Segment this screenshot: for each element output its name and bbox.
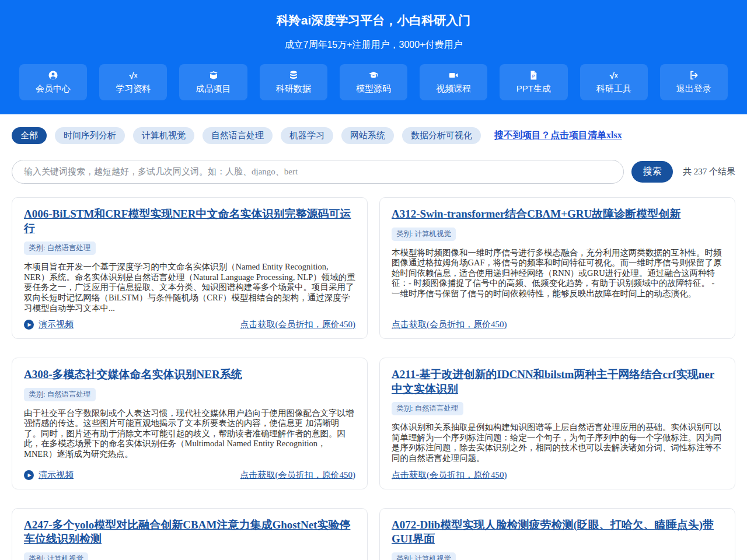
project-list-xlsx-link[interactable]: 搜不到项目？点击项目清单xlsx <box>494 130 622 142</box>
filter-tag-computer-vision[interactable]: 计算机视觉 <box>133 127 194 144</box>
category-badge: 类别: 自然语言处理 <box>24 242 96 255</box>
project-card: A006-BiLSTM和CRF模型实现NER中文命名实体识别完整源码可运行 类别… <box>12 197 368 339</box>
file-ppt-icon: P <box>528 70 539 80</box>
category-badge: 类别: 自然语言处理 <box>24 388 96 401</box>
graduation-cap-icon <box>368 70 379 80</box>
nav-label: 成品项目 <box>196 83 231 94</box>
nav-label: 学习资料 <box>116 83 151 94</box>
nav-label: 视频课程 <box>436 83 471 94</box>
nav-ppt-generate[interactable]: P PPT生成 <box>500 64 567 100</box>
project-title-link[interactable]: A211-基于改进创新的IDCNN和bilstm两种主干网络结合crf实现ner… <box>392 368 723 396</box>
project-card: A072-Dlib模型实现人脸检测疲劳检测(眨眼、打哈欠、瞌睡点头)带GUI界面… <box>379 508 735 560</box>
nav-member-center[interactable]: 会员中心 <box>19 64 87 100</box>
project-card-grid: A006-BiLSTM和CRF模型实现NER中文命名实体识别完整源码可运行 类别… <box>12 197 735 560</box>
search-input[interactable] <box>12 160 624 184</box>
play-icon: ▶ <box>24 320 34 330</box>
demo-video-link[interactable]: ▶ 演示视频 <box>24 470 74 481</box>
nav-research-tools[interactable]: √x 科研工具 <box>580 64 648 100</box>
nav-logout[interactable]: 退出登录 <box>660 64 728 100</box>
nav-label: PPT生成 <box>516 83 551 94</box>
card-footer: ▶ 演示视频 点击获取(会员折扣，原价450) <box>24 313 355 330</box>
filter-tag-machine-learning[interactable]: 机器学习 <box>281 127 333 144</box>
user-circle-icon <box>48 70 58 80</box>
main-nav: 会员中心 √x 学习资料 成品项目 科研数据 模型源码 <box>0 64 747 100</box>
nav-label: 科研数据 <box>276 83 311 94</box>
header: 科羚ai深度学习平台，小白科研入门 成立7周年15万+注册用户，3000+付费用… <box>0 0 747 114</box>
get-project-link[interactable]: 点击获取(会员折扣，原价450) <box>240 470 356 481</box>
project-description: 由于社交平台字数限制或个人表达习惯，现代社交媒体用户趋向于使用图像配合文字以增强… <box>24 408 355 460</box>
project-card: A211-基于改进创新的IDCNN和bilstm两种主干网络结合crf实现ner… <box>379 358 735 489</box>
sqrt-icon: √x <box>129 70 137 80</box>
category-badge: 类别: 计算机视觉 <box>24 552 88 560</box>
search-button[interactable]: 搜索 <box>631 161 673 183</box>
box-open-icon <box>208 70 219 80</box>
card-footer: 点击获取(会员折扣，原价450) <box>392 464 723 481</box>
main-content: 全部 时间序列分析 计算机视觉 自然语言处理 机器学习 网站系统 数据分析可视化… <box>0 127 747 560</box>
page-subtitle: 成立7周年15万+注册用户，3000+付费用户 <box>0 39 747 50</box>
category-badge: 类别: 计算机视觉 <box>392 552 456 560</box>
get-project-link[interactable]: 点击获取(会员折扣，原价450) <box>240 319 356 330</box>
project-title-link[interactable]: A308-多模态社交媒体命名实体识别NER系统 <box>24 368 355 382</box>
get-project-link[interactable]: 点击获取(会员折扣，原价450) <box>392 470 507 481</box>
sign-out-icon <box>689 70 699 80</box>
project-title-link[interactable]: A312-Swin-transformer结合CBAM+GRU故障诊断模型创新 <box>392 207 723 222</box>
video-camera-icon <box>448 70 459 80</box>
filter-tag-time-series[interactable]: 时间序列分析 <box>55 127 125 144</box>
project-card: A247-多个yolo模型对比融合创新CBAM注意力集成GhostNet实验停车… <box>12 508 368 560</box>
sqrt-icon: √x <box>610 70 618 80</box>
card-footer: ▶ 演示视频 点击获取(会员折扣，原价450) <box>24 464 355 481</box>
project-description: 本项目旨在开发一个基于深度学习的中文命名实体识别（Named Entity Re… <box>24 262 355 313</box>
filter-tag-nlp[interactable]: 自然语言处理 <box>203 127 273 144</box>
card-footer: 点击获取(会员折扣，原价450) <box>392 313 723 330</box>
nav-model-source[interactable]: 模型源码 <box>340 64 407 100</box>
project-title-link[interactable]: A247-多个yolo模型对比融合创新CBAM注意力集成GhostNet实验停车… <box>24 518 355 547</box>
filter-tag-website-system[interactable]: 网站系统 <box>341 127 394 144</box>
project-description: 实体识别和关系抽取是例如构建知识图谱等上层自然语言处理应用的基础。实体识别可以简… <box>392 422 723 463</box>
play-icon: ▶ <box>24 470 34 480</box>
project-title-link[interactable]: A072-Dlib模型实现人脸检测疲劳检测(眨眼、打哈欠、瞌睡点头)带GUI界面 <box>392 518 723 547</box>
search-row: 搜索 共 237 个结果 <box>12 160 735 184</box>
project-card: A312-Swin-transformer结合CBAM+GRU故障诊断模型创新 … <box>379 197 735 339</box>
filter-tag-all[interactable]: 全部 <box>12 127 47 144</box>
project-title-link[interactable]: A006-BiLSTM和CRF模型实现NER中文命名实体识别完整源码可运行 <box>24 207 355 236</box>
nav-research-data[interactable]: 科研数据 <box>260 64 327 100</box>
nav-video-courses[interactable]: 视频课程 <box>420 64 487 100</box>
nav-label: 模型源码 <box>356 83 391 94</box>
result-count: 共 237 个结果 <box>683 166 735 177</box>
filter-tag-data-viz[interactable]: 数据分析可视化 <box>402 127 481 144</box>
category-badge: 类别: 计算机视觉 <box>392 228 456 241</box>
database-icon <box>288 70 299 80</box>
nav-label: 退出登录 <box>676 83 711 94</box>
demo-video-link[interactable]: ▶ 演示视频 <box>24 319 74 330</box>
nav-finished-projects[interactable]: 成品项目 <box>179 64 247 100</box>
page-title: 科羚ai深度学习平台，小白科研入门 <box>0 13 747 27</box>
project-card: A308-多模态社交媒体命名实体识别NER系统 类别: 自然语言处理 由于社交平… <box>12 358 368 489</box>
nav-study-material[interactable]: √x 学习资料 <box>99 64 167 100</box>
project-description: 本模型将时频图像和一维时序信号进行多模态融合，充分利用这两类数据的互补性。时频图… <box>392 248 723 299</box>
category-filter-row: 全部 时间序列分析 计算机视觉 自然语言处理 机器学习 网站系统 数据分析可视化… <box>12 127 735 144</box>
nav-label: 科研工具 <box>596 83 631 94</box>
category-badge: 类别: 自然语言处理 <box>392 402 463 415</box>
nav-label: 会员中心 <box>36 83 71 94</box>
svg-text:P: P <box>532 74 535 79</box>
get-project-link[interactable]: 点击获取(会员折扣，原价450) <box>392 319 507 330</box>
